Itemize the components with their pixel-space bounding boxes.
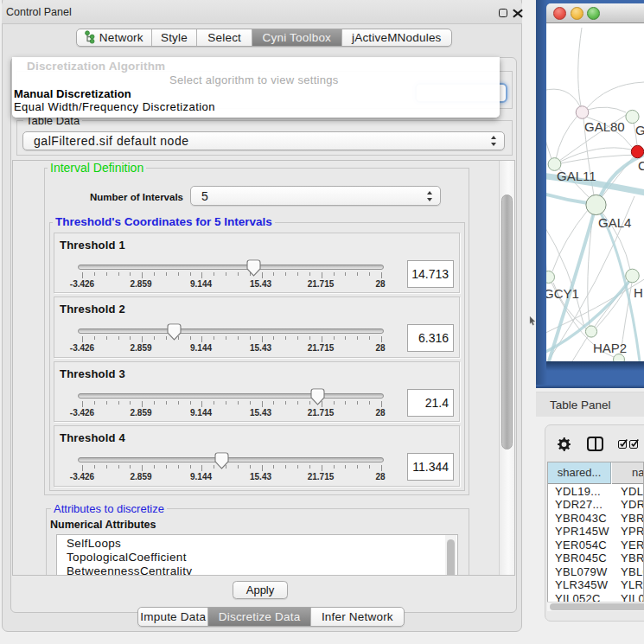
svg-text:GAL80: GAL80 [584,119,625,134]
svg-text:GAL4: GAL4 [598,215,631,230]
svg-text:GCY1: GCY1 [546,286,579,301]
svg-text:HAP2: HAP2 [593,341,627,355]
svg-text:GAL11: GAL11 [557,169,596,183]
svg-text:C: C [638,158,644,173]
svg-text:H: H [634,285,643,300]
svg-text:GA: GA [635,123,644,137]
